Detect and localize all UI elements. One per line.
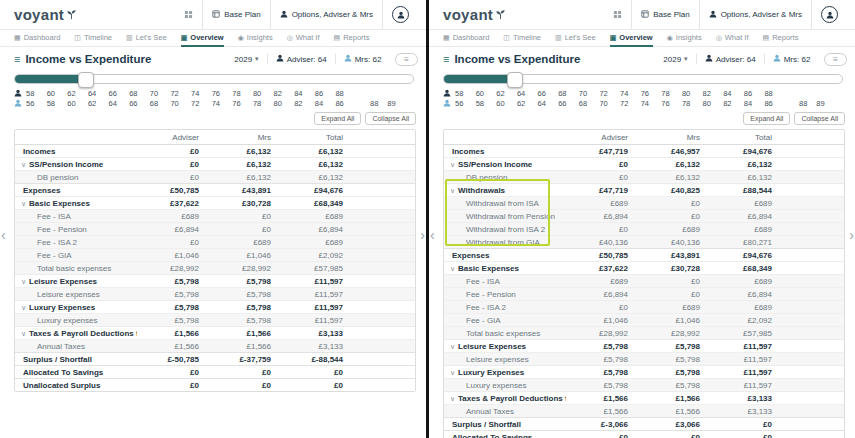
age-tick: 60 [496, 99, 517, 108]
tab-insights[interactable]: ◉Insights [238, 30, 273, 47]
table-menu-button[interactable]: ≡ [824, 53, 847, 66]
expand-all-button[interactable]: Expand All [743, 112, 790, 125]
adviser-person-icon [276, 54, 284, 64]
tab-insights[interactable]: ◉Insights [667, 30, 702, 47]
base-plan-button[interactable]: Base Plan [631, 0, 698, 29]
mrs-age-label: Mrs: 62 [784, 55, 811, 64]
tab-overview[interactable]: ▣Overview [610, 30, 653, 47]
row-label: Fee - GIA [466, 316, 501, 325]
tab-reports[interactable]: ▤Reports [763, 30, 799, 47]
table-menu-button[interactable]: ≡ [395, 53, 418, 66]
age-tick: 78 [682, 99, 703, 108]
total-value: £689 [710, 223, 782, 236]
age-tick: 56 [26, 99, 47, 108]
age-tick: 86 [744, 89, 765, 98]
collapse-all-button[interactable]: Collapse All [365, 112, 416, 125]
table-row-ss-pension-income[interactable]: ∨SS/Pension Income£0£6,132£6,132 [15, 158, 415, 171]
adviser-age-chip[interactable]: Adviser: 64 [267, 54, 335, 64]
adviser-value: £0 [566, 431, 638, 438]
row-label: Luxury Expenses [458, 368, 524, 377]
mrs-age-chip[interactable]: Mrs: 62 [335, 54, 390, 64]
table-row-taxes-payroll-deductions-for-family[interactable]: ∨Taxes & Payroll Deductions for Family£1… [444, 392, 844, 405]
adviser-value: £0 [137, 379, 209, 392]
tab-what-if[interactable]: ◎What If [716, 30, 749, 47]
adviser-value: £28,992 [566, 327, 638, 340]
table-row-luxury-expenses[interactable]: ∨Luxury Expenses£5,798£5,798£11,597 [444, 366, 844, 379]
tab-what-if[interactable]: ◎What If [287, 30, 320, 47]
apps-grid-icon[interactable] [604, 0, 631, 29]
adviser-value: £0 [566, 223, 638, 236]
adviser-value: £0 [566, 158, 638, 171]
age-tick: 80 [274, 99, 295, 108]
year-dropdown[interactable]: 2029▾ [655, 55, 695, 64]
tab-timeline[interactable]: ◫Timeline [74, 30, 112, 47]
mrs-value: £6,132 [209, 158, 281, 171]
table-row-leisure-expenses: Leisure expenses£5,798£5,798£11,597 [444, 353, 844, 366]
row-label: Fee - GIA [37, 251, 72, 260]
tab-let-s-see[interactable]: ▥Let's See [126, 30, 167, 47]
age-tick: 64 [517, 89, 538, 98]
mrs-person-icon [344, 54, 352, 64]
list-icon[interactable]: ≡ [14, 53, 20, 65]
row-label: Surplus / Shortfall [452, 420, 521, 429]
tab-overview[interactable]: ▣Overview [181, 30, 224, 47]
collapse-all-button[interactable]: Collapse All [794, 112, 845, 125]
tab-timeline[interactable]: ◫Timeline [503, 30, 541, 47]
mrs-value: £0 [209, 223, 281, 236]
slider-track[interactable] [443, 74, 843, 84]
mrs-age-chip[interactable]: Mrs: 62 [764, 54, 819, 64]
table-row-leisure-expenses[interactable]: ∨Leisure Expenses£5,798£5,798£11,597 [444, 340, 844, 353]
mrs-value: £46,957 [638, 145, 710, 158]
year-dropdown[interactable]: 2029▾ [226, 55, 266, 64]
tab-label: Let's See [136, 33, 167, 42]
mrs-value: £30,728 [638, 262, 710, 275]
table-row-basic-expenses[interactable]: ∨Basic Expenses£37,622£30,728£68,349 [444, 262, 844, 275]
slider-handle[interactable] [507, 72, 523, 88]
account-icon[interactable] [392, 6, 409, 23]
mrs-value: £0 [638, 275, 710, 288]
apps-grid-icon[interactable] [175, 0, 202, 29]
base-plan-button[interactable]: Base Plan [202, 0, 269, 29]
adviser-value: £5,798 [566, 379, 638, 392]
adviser-age-row: 58606264666870727476788082848688 [14, 88, 426, 98]
slider-track[interactable] [14, 74, 414, 84]
options-adviser-mrs-button[interactable]: Options, Adviser & Mrs [270, 0, 382, 29]
prev-chevron-icon[interactable]: ‹ [430, 228, 435, 242]
row-label: Total basic expenses [466, 329, 540, 338]
table-row-basic-expenses[interactable]: ∨Basic Expenses£37,622£30,728£68,349 [15, 197, 415, 210]
table-row-fee-gia: Fee - GIA£1,046£1,046£2,092 [444, 314, 844, 327]
tab-dashboard[interactable]: ▦Dashboard [14, 30, 60, 47]
mrs-value: £5,798 [209, 301, 281, 314]
main-nav: ▦Dashboard◫Timeline▥Let's See▣Overview◉I… [429, 30, 855, 47]
table-row-ss-pension-income[interactable]: ∨SS/Pension Income£0£6,132£6,132 [444, 158, 844, 171]
age-tick: 66 [109, 89, 130, 98]
total-value: £11,597 [710, 353, 782, 366]
tab-reports[interactable]: ▤Reports [334, 30, 370, 47]
table-row-leisure-expenses[interactable]: ∨Leisure Expenses£5,798£5,798£11,597 [15, 275, 415, 288]
adviser-age-chip[interactable]: Adviser: 64 [696, 54, 764, 64]
slider-handle[interactable] [78, 72, 94, 88]
expand-all-button[interactable]: Expand All [314, 112, 361, 125]
tab-let-s-see[interactable]: ▥Let's See [555, 30, 596, 47]
total-value: £0 [710, 431, 782, 438]
row-label: Annual Taxes [466, 407, 514, 416]
tab-dashboard[interactable]: ▦Dashboard [443, 30, 489, 47]
adviser-value: £0 [137, 171, 209, 184]
table-row-withdrawals[interactable]: ∨Withdrawals£47,719£40,825£88,544 [444, 184, 844, 197]
prev-chevron-icon[interactable]: ‹ [1, 228, 6, 242]
dashboard-icon: ▦ [443, 34, 450, 41]
account-icon[interactable] [821, 6, 838, 23]
table-row-db-pension: DB pension£0£6,132£6,132 [15, 171, 415, 184]
table-row-taxes-payroll-deductions-for-family[interactable]: ∨Taxes & Payroll Deductions for Family£1… [15, 327, 415, 340]
tab-label: What If [725, 33, 749, 42]
list-icon[interactable]: ≡ [443, 53, 449, 65]
next-chevron-icon[interactable]: › [849, 228, 854, 242]
year-value: 2029 [234, 55, 252, 64]
age-tick: 60 [476, 89, 497, 98]
insights-icon: ◉ [238, 34, 244, 41]
adviser-value: £40,136 [566, 236, 638, 249]
options-adviser-mrs-button[interactable]: Options, Adviser & Mrs [699, 0, 811, 29]
next-chevron-icon[interactable]: › [420, 228, 425, 242]
table-row-luxury-expenses[interactable]: ∨Luxury Expenses£5,798£5,798£11,597 [15, 301, 415, 314]
age-tick: 72 [191, 99, 212, 108]
